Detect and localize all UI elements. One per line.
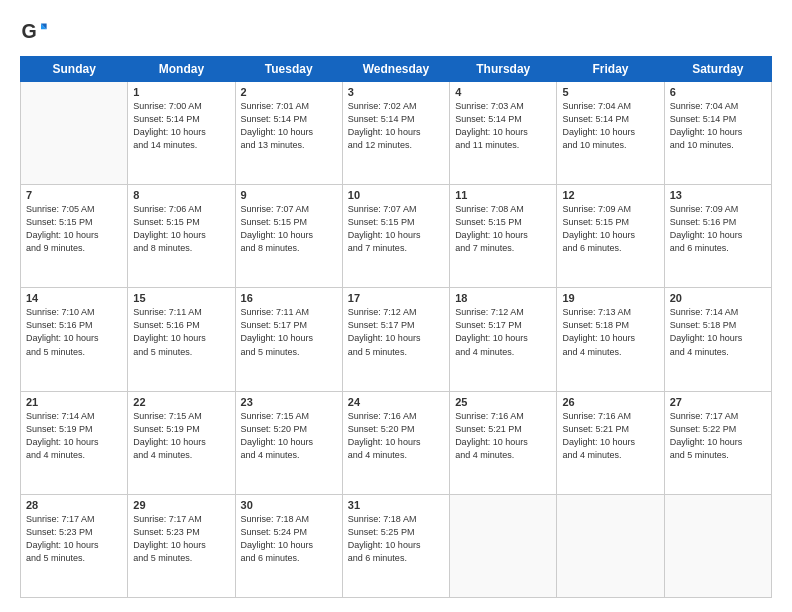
day-number: 6 [670,86,766,98]
weekday-header-cell: Saturday [664,57,771,82]
calendar-cell: 11Sunrise: 7:08 AM Sunset: 5:15 PM Dayli… [450,185,557,288]
calendar-cell: 24Sunrise: 7:16 AM Sunset: 5:20 PM Dayli… [342,391,449,494]
day-number: 2 [241,86,337,98]
calendar-cell: 30Sunrise: 7:18 AM Sunset: 5:24 PM Dayli… [235,494,342,597]
day-info: Sunrise: 7:10 AM Sunset: 5:16 PM Dayligh… [26,306,122,358]
calendar-cell: 15Sunrise: 7:11 AM Sunset: 5:16 PM Dayli… [128,288,235,391]
day-info: Sunrise: 7:04 AM Sunset: 5:14 PM Dayligh… [670,100,766,152]
day-number: 18 [455,292,551,304]
day-number: 7 [26,189,122,201]
day-info: Sunrise: 7:15 AM Sunset: 5:19 PM Dayligh… [133,410,229,462]
day-info: Sunrise: 7:17 AM Sunset: 5:23 PM Dayligh… [133,513,229,565]
day-info: Sunrise: 7:07 AM Sunset: 5:15 PM Dayligh… [241,203,337,255]
weekday-header-cell: Monday [128,57,235,82]
svg-text:G: G [21,20,36,42]
day-number: 30 [241,499,337,511]
day-info: Sunrise: 7:14 AM Sunset: 5:19 PM Dayligh… [26,410,122,462]
day-number: 9 [241,189,337,201]
calendar-cell: 12Sunrise: 7:09 AM Sunset: 5:15 PM Dayli… [557,185,664,288]
day-number: 12 [562,189,658,201]
calendar-cell: 5Sunrise: 7:04 AM Sunset: 5:14 PM Daylig… [557,82,664,185]
day-number: 19 [562,292,658,304]
calendar-cell: 19Sunrise: 7:13 AM Sunset: 5:18 PM Dayli… [557,288,664,391]
day-number: 5 [562,86,658,98]
day-number: 28 [26,499,122,511]
day-number: 8 [133,189,229,201]
calendar-cell: 17Sunrise: 7:12 AM Sunset: 5:17 PM Dayli… [342,288,449,391]
header: G [20,18,772,46]
weekday-header-cell: Thursday [450,57,557,82]
calendar-table: SundayMondayTuesdayWednesdayThursdayFrid… [20,56,772,598]
day-number: 29 [133,499,229,511]
day-number: 25 [455,396,551,408]
calendar-cell: 10Sunrise: 7:07 AM Sunset: 5:15 PM Dayli… [342,185,449,288]
calendar-cell: 1Sunrise: 7:00 AM Sunset: 5:14 PM Daylig… [128,82,235,185]
calendar-cell [21,82,128,185]
calendar-cell: 25Sunrise: 7:16 AM Sunset: 5:21 PM Dayli… [450,391,557,494]
logo-icon: G [20,18,48,46]
day-number: 17 [348,292,444,304]
calendar-week-row: 1Sunrise: 7:00 AM Sunset: 5:14 PM Daylig… [21,82,772,185]
calendar-cell: 21Sunrise: 7:14 AM Sunset: 5:19 PM Dayli… [21,391,128,494]
calendar-cell: 29Sunrise: 7:17 AM Sunset: 5:23 PM Dayli… [128,494,235,597]
day-info: Sunrise: 7:14 AM Sunset: 5:18 PM Dayligh… [670,306,766,358]
day-info: Sunrise: 7:16 AM Sunset: 5:20 PM Dayligh… [348,410,444,462]
day-number: 26 [562,396,658,408]
day-info: Sunrise: 7:16 AM Sunset: 5:21 PM Dayligh… [562,410,658,462]
calendar-cell: 2Sunrise: 7:01 AM Sunset: 5:14 PM Daylig… [235,82,342,185]
calendar-cell: 22Sunrise: 7:15 AM Sunset: 5:19 PM Dayli… [128,391,235,494]
day-number: 3 [348,86,444,98]
calendar-cell: 14Sunrise: 7:10 AM Sunset: 5:16 PM Dayli… [21,288,128,391]
day-info: Sunrise: 7:12 AM Sunset: 5:17 PM Dayligh… [455,306,551,358]
calendar-cell: 3Sunrise: 7:02 AM Sunset: 5:14 PM Daylig… [342,82,449,185]
calendar-cell: 28Sunrise: 7:17 AM Sunset: 5:23 PM Dayli… [21,494,128,597]
day-number: 21 [26,396,122,408]
calendar-page: G SundayMondayTuesdayWednesdayThursdayFr… [0,0,792,612]
day-info: Sunrise: 7:08 AM Sunset: 5:15 PM Dayligh… [455,203,551,255]
weekday-header-cell: Friday [557,57,664,82]
logo: G [20,18,52,46]
day-number: 27 [670,396,766,408]
calendar-cell: 23Sunrise: 7:15 AM Sunset: 5:20 PM Dayli… [235,391,342,494]
day-number: 20 [670,292,766,304]
calendar-cell: 13Sunrise: 7:09 AM Sunset: 5:16 PM Dayli… [664,185,771,288]
weekday-header-cell: Sunday [21,57,128,82]
day-number: 15 [133,292,229,304]
day-number: 24 [348,396,444,408]
calendar-week-row: 28Sunrise: 7:17 AM Sunset: 5:23 PM Dayli… [21,494,772,597]
weekday-header-row: SundayMondayTuesdayWednesdayThursdayFrid… [21,57,772,82]
calendar-week-row: 14Sunrise: 7:10 AM Sunset: 5:16 PM Dayli… [21,288,772,391]
day-info: Sunrise: 7:01 AM Sunset: 5:14 PM Dayligh… [241,100,337,152]
day-number: 4 [455,86,551,98]
day-number: 13 [670,189,766,201]
day-info: Sunrise: 7:18 AM Sunset: 5:25 PM Dayligh… [348,513,444,565]
day-info: Sunrise: 7:12 AM Sunset: 5:17 PM Dayligh… [348,306,444,358]
calendar-cell: 4Sunrise: 7:03 AM Sunset: 5:14 PM Daylig… [450,82,557,185]
day-info: Sunrise: 7:18 AM Sunset: 5:24 PM Dayligh… [241,513,337,565]
calendar-cell [450,494,557,597]
day-info: Sunrise: 7:09 AM Sunset: 5:16 PM Dayligh… [670,203,766,255]
weekday-header-cell: Wednesday [342,57,449,82]
day-number: 16 [241,292,337,304]
day-info: Sunrise: 7:03 AM Sunset: 5:14 PM Dayligh… [455,100,551,152]
day-info: Sunrise: 7:13 AM Sunset: 5:18 PM Dayligh… [562,306,658,358]
calendar-cell: 18Sunrise: 7:12 AM Sunset: 5:17 PM Dayli… [450,288,557,391]
day-number: 22 [133,396,229,408]
day-info: Sunrise: 7:07 AM Sunset: 5:15 PM Dayligh… [348,203,444,255]
calendar-cell: 7Sunrise: 7:05 AM Sunset: 5:15 PM Daylig… [21,185,128,288]
calendar-cell: 9Sunrise: 7:07 AM Sunset: 5:15 PM Daylig… [235,185,342,288]
calendar-body: 1Sunrise: 7:00 AM Sunset: 5:14 PM Daylig… [21,82,772,598]
day-number: 11 [455,189,551,201]
day-info: Sunrise: 7:16 AM Sunset: 5:21 PM Dayligh… [455,410,551,462]
day-number: 10 [348,189,444,201]
day-info: Sunrise: 7:09 AM Sunset: 5:15 PM Dayligh… [562,203,658,255]
calendar-cell: 31Sunrise: 7:18 AM Sunset: 5:25 PM Dayli… [342,494,449,597]
day-info: Sunrise: 7:05 AM Sunset: 5:15 PM Dayligh… [26,203,122,255]
calendar-cell [664,494,771,597]
calendar-cell [557,494,664,597]
day-info: Sunrise: 7:11 AM Sunset: 5:16 PM Dayligh… [133,306,229,358]
day-info: Sunrise: 7:17 AM Sunset: 5:23 PM Dayligh… [26,513,122,565]
day-number: 14 [26,292,122,304]
day-info: Sunrise: 7:11 AM Sunset: 5:17 PM Dayligh… [241,306,337,358]
calendar-cell: 16Sunrise: 7:11 AM Sunset: 5:17 PM Dayli… [235,288,342,391]
